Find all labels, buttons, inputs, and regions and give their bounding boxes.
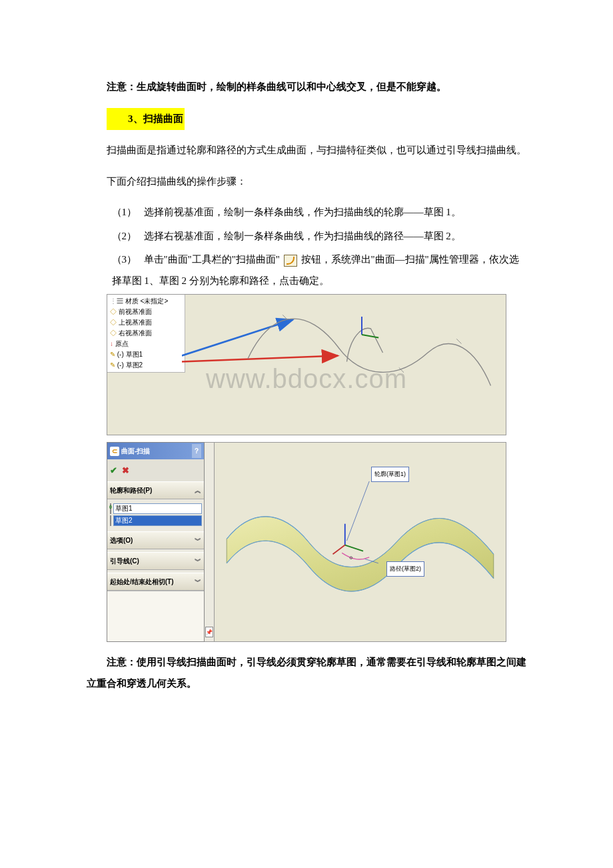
- figure-sketch-selection: ⋮☰ 材质 <未指定> ◇ 前视基准面 ◇ 上视基准面 ◇ 右视基准面 ↓ 原点…: [107, 294, 506, 435]
- 3d-viewport: 轮廓(草图1) 路径(草图2): [215, 442, 506, 642]
- step-text: 选择前视基准面，绘制一条样条曲线，作为扫描曲线的轮廓——草图 1。: [144, 207, 461, 217]
- svg-line-6: [456, 339, 461, 343]
- svg-line-0: [182, 320, 293, 356]
- tree-sketch1: ✎ (-) 草图1: [110, 349, 185, 360]
- document-page: 注意：生成旋转曲面时，绘制的样条曲线可以和中心线交叉，但是不能穿越。 3、扫描曲…: [0, 0, 613, 744]
- feature-tree: ⋮☰ 材质 <未指定> ◇ 前视基准面 ◇ 上视基准面 ◇ 右视基准面 ↓ 原点…: [107, 295, 185, 373]
- tree-plane-top: ◇ 上视基准面: [110, 317, 185, 328]
- tree-origin: ↓ 原点: [110, 339, 185, 349]
- tree-plane-right: ◇ 右视基准面: [110, 328, 185, 339]
- pm-title: 曲面-扫描: [121, 447, 150, 455]
- step-1: （1）选择前视基准面，绘制一条样条曲线，作为扫描曲线的轮廓——草图 1。: [87, 202, 526, 223]
- sweep-surface-icon: [284, 255, 297, 267]
- profile-icon: [110, 503, 111, 514]
- sketch-canvas: [182, 295, 506, 435]
- step-text-a: 单击"曲面"工具栏的"扫描曲面": [144, 254, 281, 265]
- callout-profile: 轮廓(草图1): [371, 467, 409, 482]
- path-input[interactable]: [113, 515, 202, 526]
- pm-ok-cancel: ✔ ✖: [107, 459, 204, 481]
- step-text: 选择右视基准面，绘制一条样条曲线，作为扫描曲线的路径——草图 2。: [144, 231, 461, 241]
- section-heading-wrap: 3、扫描曲面: [87, 108, 526, 131]
- figure-sweep-result: ⊂曲面-扫描 ? ✔ ✖ 轮廓和路径(P)︽: [107, 442, 506, 642]
- svg-line-9: [345, 545, 363, 551]
- path-icon: [110, 515, 111, 526]
- chevron-down-icon: ︾: [195, 554, 201, 568]
- cancel-button[interactable]: ✖: [122, 465, 129, 475]
- pm-section-guide[interactable]: 引导线(C)︾: [107, 552, 204, 570]
- chevron-up-icon: ︽: [195, 483, 201, 497]
- surface-render: [215, 443, 506, 641]
- svg-line-10: [333, 545, 345, 555]
- svg-line-3: [362, 335, 378, 338]
- profile-field: [110, 503, 201, 514]
- step-number: （3）: [112, 249, 144, 271]
- chevron-down-icon: ︾: [195, 575, 201, 589]
- step-number: （1）: [112, 202, 144, 223]
- pm-profile-body: [107, 499, 204, 531]
- step-3: （3）单击"曲面"工具栏的"扫描曲面" 按钮，系统弹出"曲面—扫描"属性管理器，…: [87, 249, 526, 291]
- svg-line-11: [346, 481, 369, 541]
- paragraph-intro: 扫描曲面是指通过轮廓和路径的方式生成曲面，与扫描特征类似，也可以通过引导线扫描曲…: [87, 140, 526, 161]
- pm-section-tangent[interactable]: 起始处/结束处相切(T)︾: [107, 573, 204, 591]
- svg-line-1: [182, 356, 338, 362]
- chevron-down-icon: ︾: [195, 533, 201, 547]
- paragraph-steps-lead: 下面介绍扫描曲线的操作步骤：: [87, 171, 526, 193]
- step-number: （2）: [112, 226, 144, 247]
- pm-section-options[interactable]: 选项(O)︾: [107, 531, 204, 549]
- note-2: 注意：使用引导线扫描曲面时，引导线必须贯穿轮廓草图，通常需要在引导线和轮廓草图之…: [87, 652, 526, 694]
- callout-path: 路径(草图2): [386, 561, 424, 577]
- pm-blank: [107, 591, 204, 641]
- ok-button[interactable]: ✔: [110, 465, 117, 475]
- tree-plane-front: ◇ 前视基准面: [110, 307, 185, 317]
- pm-titlebar: ⊂曲面-扫描 ?: [107, 443, 204, 459]
- profile-input[interactable]: [113, 503, 202, 514]
- sweep-icon: ⊂: [110, 447, 119, 456]
- help-button[interactable]: ?: [192, 444, 201, 458]
- pm-pin-column: 📌: [205, 442, 215, 642]
- section-heading: 3、扫描曲面: [107, 108, 185, 131]
- tree-sketch2: ✎ (-) 草图2: [110, 360, 185, 371]
- tree-material: ⋮☰ 材质 <未指定>: [110, 296, 185, 307]
- pin-icon[interactable]: 📌: [205, 627, 213, 637]
- note-1: 注意：生成旋转曲面时，绘制的样条曲线可以和中心线交叉，但是不能穿越。: [87, 77, 526, 98]
- pm-section-profile[interactable]: 轮廓和路径(P)︽: [107, 481, 204, 499]
- property-manager: ⊂曲面-扫描 ? ✔ ✖ 轮廓和路径(P)︽: [107, 442, 205, 642]
- path-field: [110, 515, 201, 526]
- svg-line-4: [283, 315, 287, 319]
- step-2: （2）选择右视基准面，绘制一条样条曲线，作为扫描曲线的路径——草图 2。: [87, 226, 526, 247]
